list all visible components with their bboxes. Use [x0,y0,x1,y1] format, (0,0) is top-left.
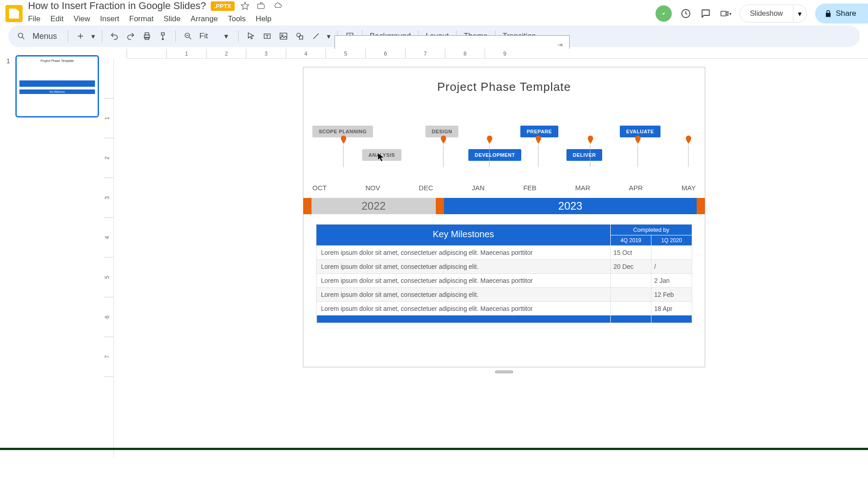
timeline[interactable]: SCOPE PLANNING ANALYSIS DESIGN DEVELOPME… [303,126,705,198]
slide-canvas[interactable]: Project Phase Template SCOPE PLANNING AN… [303,67,705,367]
row-col2: / [651,260,692,273]
present-camera-icon[interactable]: ▾ [720,8,731,19]
paint-format-icon[interactable] [156,29,170,43]
menu-help[interactable]: Help [256,14,272,23]
zoom-value: Fit [199,32,208,41]
shape-icon[interactable] [293,29,307,43]
menu-view[interactable]: View [74,14,90,23]
phase-development[interactable]: DEVELOPMENT [468,149,521,161]
pin-icon [535,136,542,145]
slide-panel: 1 Project Phase Template Key Milestones [0,49,104,458]
table-header-completed: Completed by [610,225,692,235]
thumb-yearbar [19,80,95,87]
redo-icon[interactable] [124,29,137,43]
mouse-cursor-icon [377,153,385,162]
slideshow-button[interactable]: Slideshow [740,5,793,22]
svg-rect-1 [721,11,726,16]
document-title[interactable]: How to Insert Fraction in Google Slides? [28,0,206,12]
row-desc: Lorem ipsum dolor sit amet, consectetuer… [316,288,610,301]
svg-rect-5 [145,38,149,40]
slideshow-button-group: Slideshow ▾ [740,5,807,23]
menu-insert[interactable]: Insert [100,14,119,23]
row-desc: Lorem ipsum dolor sit amet, consectetuer… [316,302,610,315]
month-labels: OCTNOVDECJANFEBMARAPRMAY [312,184,696,192]
menu-slide[interactable]: Slide [164,14,181,23]
pin-icon [486,136,493,145]
slide-title-text[interactable]: Project Phase Template [303,80,705,94]
row-col1: 20 Dec [610,260,651,273]
menu-tools[interactable]: Tools [228,14,246,23]
menu-file[interactable]: File [28,14,40,23]
table-header-col2: 1Q 2020 [651,235,692,245]
zoom-icon[interactable] [181,29,195,43]
row-desc: Lorem ipsum dolor sit amet, consectetuer… [316,260,610,273]
collapse-icon[interactable]: ⇥ [557,41,563,48]
slide-thumbnail-1[interactable]: Project Phase Template Key Milestones [15,55,99,117]
year-2022: 2022 [311,198,436,214]
table-row[interactable]: Lorem ipsum dolor sit amet, consectetuer… [316,273,692,287]
ruler-vertical: 1234567 [104,59,114,458]
pin-icon [635,136,641,145]
milestone-table[interactable]: Key Milestones Completed by 4Q 2019 1Q 2… [316,224,692,323]
pptx-badge: .PPTX [211,1,235,11]
table-row[interactable]: Lorem ipsum dolor sit amet, consectetuer… [316,259,692,273]
collaborator-avatar[interactable] [656,5,672,22]
canvas[interactable]: 123456789 1234567 Project Phase Template… [104,49,868,458]
menu-bar: File Edit View Insert Format Slide Arran… [28,13,289,27]
svg-rect-8 [280,33,287,39]
year-bar[interactable]: 2022 2023 [303,198,705,214]
table-header-main: Key Milestones [316,225,610,245]
row-col2 [651,246,692,259]
pin-icon [340,136,347,145]
history-icon[interactable] [680,8,692,19]
svg-rect-4 [145,33,149,35]
line-icon[interactable] [309,29,323,43]
cloud-status-icon[interactable] [273,1,283,11]
table-header-col1: 4Q 2019 [610,235,651,245]
pin-icon [440,136,447,145]
pin-icon [587,136,594,145]
bottom-edge [0,448,868,450]
print-icon[interactable] [140,29,154,43]
undo-icon[interactable] [108,29,121,43]
search-icon[interactable] [14,29,28,43]
menu-edit[interactable]: Edit [50,14,63,23]
row-col2: 2 Jan [651,274,692,287]
move-icon[interactable] [256,1,266,11]
image-icon[interactable] [277,29,290,43]
line-dropdown-icon[interactable]: ▾ [326,29,332,43]
row-col2: 12 Feb [651,288,692,301]
textbox-icon[interactable] [260,29,274,43]
row-desc: Lorem ipsum dolor sit amet, consectetuer… [316,246,610,259]
menus-label[interactable]: Menus [33,32,57,41]
phase-deliver[interactable]: DELIVER [566,149,602,161]
row-desc: Lorem ipsum dolor sit amet, consectetuer… [316,274,610,287]
menu-format[interactable]: Format [129,14,154,23]
row-col2: 18 Apr [651,302,692,315]
year-2023: 2023 [444,198,697,214]
comments-icon[interactable] [700,8,712,19]
svg-point-2 [18,33,23,38]
new-slide-icon[interactable] [74,29,87,43]
table-row[interactable]: Lorem ipsum dolor sit amet, consectetuer… [316,287,692,301]
zoom-select[interactable]: Fit▾ [198,32,233,41]
row-col1 [610,274,651,287]
slides-logo-icon[interactable] [5,5,23,22]
new-slide-dropdown-icon[interactable]: ▾ [90,29,96,43]
star-icon[interactable] [240,1,250,11]
table-row[interactable]: Lorem ipsum dolor sit amet, consectetuer… [316,301,692,315]
table-row[interactable]: Lorem ipsum dolor sit amet, consectetuer… [316,245,692,259]
svg-point-10 [297,33,300,37]
thumb-milestone: Key Milestones [19,89,95,94]
share-button[interactable]: Share [815,4,868,23]
menu-arrange[interactable]: Arrange [190,14,217,23]
ruler-horizontal: 123456789 [127,49,868,59]
thumb-title: Project Phase Template [41,59,74,62]
resize-handle[interactable] [495,371,513,373]
slideshow-dropdown[interactable]: ▾ [793,5,807,22]
row-col1: 15 Oct [610,246,651,259]
select-tool-icon[interactable] [244,29,258,43]
row-col1 [610,288,651,301]
pin-icon [685,136,692,145]
share-label: Share [836,9,856,18]
